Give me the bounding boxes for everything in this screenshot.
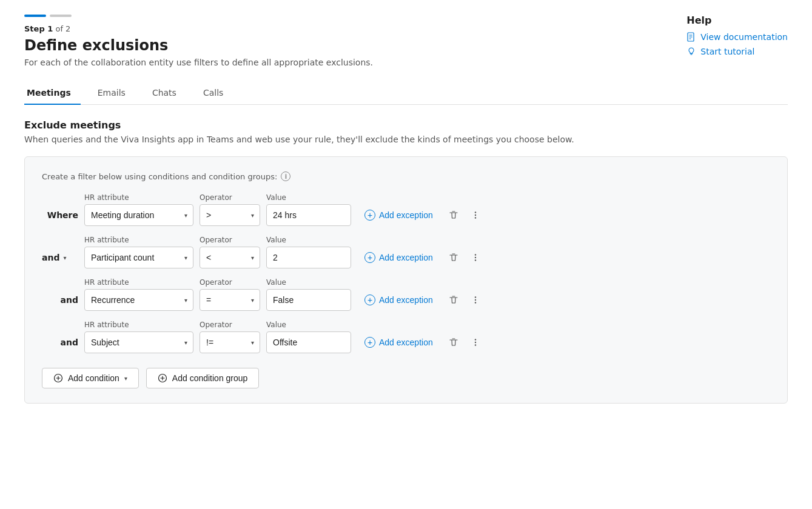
svg-point-10 <box>475 257 476 258</box>
plus-circle-icon-3: + <box>364 294 375 305</box>
more-icon-3 <box>471 295 480 305</box>
svg-rect-4 <box>690 53 693 54</box>
value-input-4[interactable] <box>266 331 351 353</box>
hr-attr-select-wrapper-1: Meeting duration Participant count Recur… <box>84 204 193 226</box>
operator-label-2: Operator <box>200 236 260 244</box>
operator-label-3: Operator <box>200 278 260 287</box>
svg-point-13 <box>475 299 476 301</box>
tab-chats[interactable]: Chats <box>150 82 186 105</box>
start-tutorial-link[interactable]: Start tutorial <box>686 47 788 56</box>
svg-point-11 <box>475 259 476 261</box>
svg-point-14 <box>475 302 476 303</box>
svg-point-9 <box>475 254 476 255</box>
add-condition-chevron: ▾ <box>124 375 127 382</box>
value-input-3[interactable] <box>266 289 351 311</box>
condition-row-2: and ▾ HR attribute Meeting duration Part… <box>42 236 770 268</box>
more-btn-1[interactable] <box>466 205 485 225</box>
svg-point-6 <box>475 211 476 213</box>
svg-point-7 <box>475 215 476 216</box>
delete-btn-2[interactable] <box>444 248 463 267</box>
operator-group-4: Operator > < = != ▾ <box>200 321 260 353</box>
operator-select-wrapper-3: > < = != ▾ <box>200 289 260 311</box>
plus-circle-icon-2: + <box>364 252 375 263</box>
operator-label-4: Operator <box>200 321 260 329</box>
hr-attr-label-2: HR attribute <box>84 236 193 244</box>
value-label-1: Value <box>266 193 351 202</box>
more-icon-2 <box>471 253 480 262</box>
operator-select-4[interactable]: > < = != <box>200 331 260 353</box>
step-indicators <box>24 15 788 17</box>
delete-btn-3[interactable] <box>444 290 463 310</box>
step-bar-2 <box>50 15 72 17</box>
value-input-1[interactable] <box>266 204 351 226</box>
connector-and-4: and <box>42 338 78 353</box>
connector-where: Where <box>42 210 78 226</box>
value-label-4: Value <box>266 321 351 329</box>
info-icon: i <box>281 171 290 181</box>
operator-select-1[interactable]: > < = != <box>200 204 260 226</box>
operator-group-2: Operator > < = != ▾ <box>200 236 260 268</box>
help-panel: Help View documentation Start tutorial <box>686 15 788 61</box>
operator-group-1: Operator > < = != ▾ <box>200 193 260 226</box>
connector-and-2: and ▾ <box>42 253 78 268</box>
hr-attr-label-4: HR attribute <box>84 321 193 329</box>
add-exception-btn-2[interactable]: + Add exception <box>362 247 435 268</box>
plus-circle-icon-1: + <box>364 210 375 221</box>
hr-attr-select-wrapper-2: Meeting duration Participant count Recur… <box>84 247 193 268</box>
tab-emails[interactable]: Emails <box>95 82 135 105</box>
lightbulb-icon <box>686 47 696 56</box>
more-icon-1 <box>471 210 480 220</box>
document-icon <box>686 32 696 42</box>
tab-calls[interactable]: Calls <box>201 82 233 105</box>
hr-attr-label-3: HR attribute <box>84 278 193 287</box>
operator-select-3[interactable]: > < = != <box>200 289 260 311</box>
hr-attr-group-1: HR attribute Meeting duration Participan… <box>84 193 193 226</box>
operator-select-2[interactable]: > < = != <box>200 247 260 268</box>
svg-rect-5 <box>691 55 693 55</box>
trash-icon-2 <box>449 253 458 262</box>
add-exception-btn-3[interactable]: + Add exception <box>362 289 435 311</box>
add-condition-plus-icon <box>53 373 63 383</box>
more-btn-3[interactable] <box>466 290 485 310</box>
condition-row-4: and HR attribute Meeting duration Partic… <box>42 321 770 353</box>
action-icons-3 <box>444 290 485 311</box>
hr-attr-select-2[interactable]: Meeting duration Participant count Recur… <box>84 247 193 268</box>
section-title: Exclude meetings <box>24 119 788 131</box>
add-exception-btn-1[interactable]: + Add exception <box>362 204 435 226</box>
tabs-bar: Meetings Emails Chats Calls <box>24 82 788 105</box>
hr-attr-group-3: HR attribute Meeting duration Participan… <box>84 278 193 311</box>
connector-and-3: and <box>42 295 78 311</box>
trash-icon-1 <box>449 210 458 220</box>
delete-btn-4[interactable] <box>444 333 463 352</box>
condition-row-1: Where HR attribute Meeting duration Part… <box>42 193 770 226</box>
operator-select-wrapper-1: > < = != ▾ <box>200 204 260 226</box>
trash-icon-4 <box>449 338 458 347</box>
hr-attr-select-3[interactable]: Meeting duration Participant count Recur… <box>84 289 193 311</box>
action-icons-1 <box>444 205 485 226</box>
hr-attr-select-wrapper-3: Meeting duration Participant count Recur… <box>84 289 193 311</box>
operator-group-3: Operator > < = != ▾ <box>200 278 260 311</box>
add-condition-button[interactable]: Add condition ▾ <box>42 368 139 388</box>
action-icons-4 <box>444 333 485 353</box>
hr-attr-select-4[interactable]: Meeting duration Participant count Recur… <box>84 331 193 353</box>
add-condition-group-button[interactable]: Add condition group <box>146 368 260 388</box>
view-documentation-link[interactable]: View documentation <box>686 32 788 42</box>
step-label: Step 1 of 2 <box>24 24 788 33</box>
help-title: Help <box>686 15 788 26</box>
more-btn-4[interactable] <box>466 333 485 352</box>
value-input-2[interactable] <box>266 247 351 268</box>
value-group-2: Value <box>266 236 351 268</box>
add-exception-btn-4[interactable]: + Add exception <box>362 331 435 353</box>
hr-attr-label-1: HR attribute <box>84 193 193 202</box>
operator-label-1: Operator <box>200 193 260 202</box>
delete-btn-1[interactable] <box>444 205 463 225</box>
hr-attr-group-4: HR attribute Meeting duration Participan… <box>84 321 193 353</box>
plus-circle-icon-4: + <box>364 337 375 348</box>
tab-meetings[interactable]: Meetings <box>24 82 81 105</box>
svg-point-16 <box>475 342 476 343</box>
more-btn-2[interactable] <box>466 248 485 267</box>
hr-attr-group-2: HR attribute Meeting duration Participan… <box>84 236 193 268</box>
action-icons-2 <box>444 248 485 268</box>
hr-attr-select-1[interactable]: Meeting duration Participant count Recur… <box>84 204 193 226</box>
condition-row-3: and HR attribute Meeting duration Partic… <box>42 278 770 311</box>
